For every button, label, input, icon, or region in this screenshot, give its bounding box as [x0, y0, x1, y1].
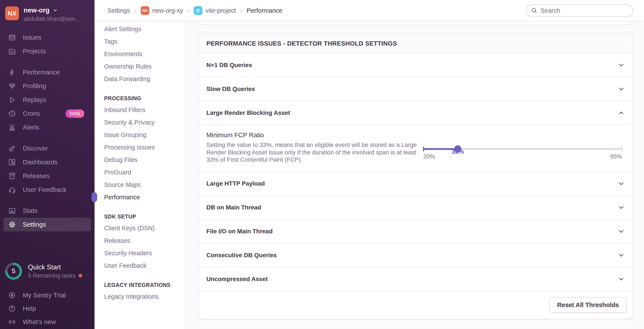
settings-nav-item-legacy-integrations[interactable]: Legacy Integrations	[104, 290, 178, 303]
settings-nav-item-client-keys[interactable]: Client Keys (DSN)	[104, 222, 178, 234]
large-render-blocking-asset-detail: Minimum FCP Ratio Setting the value to 3…	[199, 125, 632, 172]
notification-dot	[78, 274, 82, 277]
sidebar-item-performance[interactable]: Performance	[4, 65, 91, 79]
beta-badge: beta	[66, 109, 84, 118]
quickstart-title: Quick Start	[28, 263, 82, 271]
chevron-down-icon	[618, 275, 625, 283]
stats-icon	[7, 206, 17, 215]
sidebar-item-label: Discover	[23, 145, 48, 152]
sidebar-item-replays[interactable]: Replays	[4, 93, 91, 107]
accordion-row-file-io-on-main-thread[interactable]: File I/O on Main Thread	[199, 220, 632, 243]
settings-nav-item-releases[interactable]: Releases	[104, 234, 178, 247]
sidebar-item-label: Stats	[23, 207, 38, 214]
org-email: abdullah.khan@sen…	[24, 16, 81, 22]
chevron-down-icon	[618, 204, 625, 211]
sidebar-item-crons[interactable]: Crons beta	[4, 107, 91, 120]
quickstart-progress-ring: 5	[5, 262, 22, 280]
settings-nav-section-legacy-integrations: LEGACY INTEGRATIONS	[104, 279, 178, 290]
search-box[interactable]	[526, 4, 633, 17]
sidebar-item-label: Projects	[23, 48, 46, 55]
breadcrumb-performance: Performance	[246, 7, 282, 14]
sidebar-item-releases[interactable]: Releases	[4, 169, 91, 183]
alerts-icon	[7, 123, 17, 132]
settings-nav-item-data-forwarding[interactable]: Data Forwarding	[104, 73, 178, 85]
org-name: new-org	[24, 7, 50, 14]
quickstart-subtitle: 5 Remaining tasks	[28, 272, 76, 279]
breadcrumb-settings[interactable]: Settings	[108, 7, 130, 14]
slider-track[interactable]	[424, 148, 622, 150]
sidebar-item-stats[interactable]: Stats	[4, 204, 91, 218]
reset-all-thresholds-button[interactable]: Reset All Thresholds	[550, 297, 626, 313]
settings-nav-item-user-feedback[interactable]: User Feedback	[104, 259, 178, 272]
org-switcher[interactable]: NX new-org abdullah.khan@sen…	[4, 6, 91, 23]
sidebar-item-label: Help	[23, 305, 36, 312]
accordion-row-uncompressed-asset[interactable]: Uncompressed Asset	[199, 267, 632, 291]
settings-nav-item-tags[interactable]: Tags	[104, 35, 178, 48]
settings-icon	[7, 220, 17, 229]
accordion-row-slow-db-queries[interactable]: Slow DB Queries	[199, 77, 632, 101]
sidebar-item-label: Performance	[23, 69, 60, 76]
accordion-row-n1-db-queries[interactable]: N+1 DB Queries	[199, 53, 632, 77]
accordion-row-large-http-payload[interactable]: Large HTTP Payload	[199, 172, 632, 196]
sidebar-item-discover[interactable]: Discover	[4, 142, 91, 155]
slider-min-label: 20%	[424, 153, 435, 160]
sidebar-item-alerts[interactable]: Alerts	[4, 120, 91, 134]
settings-nav-item-ownership-rules[interactable]: Ownership Rules	[104, 60, 178, 73]
previous-panel-bottom	[198, 22, 633, 25]
sidebar-item-label: Issues	[23, 34, 42, 41]
sidebar-item-dashboards[interactable]: Dashboards	[4, 155, 91, 169]
sidebar-item-label: Replays	[23, 96, 46, 103]
breadcrumb: Settings › NX new-org-xy › vite-project …	[108, 6, 282, 15]
accordion-row-consecutive-db-queries[interactable]: Consecutive DB Queries	[199, 243, 632, 267]
org-avatar: NX	[5, 7, 19, 20]
sidebar-item-help[interactable]: Help	[4, 302, 91, 315]
settings-nav-item-performance[interactable]: Performance	[104, 191, 178, 203]
trial-icon	[7, 290, 17, 300]
chevron-up-icon	[618, 109, 625, 117]
setting-label: Minimum FCP Ratio	[206, 131, 419, 139]
replays-icon	[7, 95, 17, 105]
whats-new-icon	[7, 317, 17, 327]
settings-nav-item-inbound-filters[interactable]: Inbound Filters	[104, 104, 178, 116]
accordion-row-large-render-blocking-asset[interactable]: Large Render Blocking Asset	[199, 101, 632, 125]
chevron-right-icon: ›	[134, 7, 136, 14]
releases-icon	[7, 171, 17, 181]
search-input[interactable]	[540, 7, 628, 14]
issues-icon	[7, 33, 17, 42]
sidebar-item-label: Crons	[23, 110, 40, 117]
chevron-down-icon	[618, 228, 625, 235]
settings-nav-item-source-maps[interactable]: Source Maps	[104, 178, 178, 191]
quickstart-panel[interactable]: 5 Quick Start 5 Remaining tasks	[4, 262, 91, 280]
settings-nav-item-alert-settings[interactable]: Alert Settings	[104, 23, 178, 35]
sidebar-item-label: What's new	[23, 318, 56, 325]
settings-nav-item-security-headers[interactable]: Security Headers	[104, 247, 178, 259]
chevron-right-icon: ›	[240, 7, 242, 14]
panel-title: PERFORMANCE ISSUES - DETECTOR THRESHOLD …	[199, 34, 632, 53]
search-icon	[531, 7, 538, 14]
settings-nav: Alert Settings Tags Environments Ownersh…	[94, 22, 186, 329]
breadcrumb-project[interactable]: vite-project	[194, 6, 236, 15]
breadcrumb-organization[interactable]: NX new-org-xy	[141, 6, 183, 15]
settings-nav-item-debug-files[interactable]: Debug Files	[104, 154, 178, 166]
sidebar-item-user-feedback[interactable]: User Feedback	[4, 183, 91, 197]
performance-icon	[7, 68, 17, 77]
settings-nav-item-processing-issues[interactable]: Processing Issues	[104, 141, 178, 154]
fcp-ratio-slider: 33% 20% 95%	[424, 148, 622, 160]
sidebar-item-label: Releases	[23, 172, 50, 180]
sidebar-item-whats-new[interactable]: What's new	[4, 315, 91, 328]
slider-thumb[interactable]	[454, 145, 462, 153]
settings-nav-item-environments[interactable]: Environments	[104, 48, 178, 60]
accordion-row-db-on-main-thread[interactable]: DB on Main Thread	[199, 196, 632, 220]
sidebar-item-profiling[interactable]: Profiling	[4, 79, 91, 93]
panel-footer: Reset All Thresholds	[199, 291, 632, 319]
settings-nav-item-proguard[interactable]: ProGuard	[104, 166, 178, 178]
settings-nav-section-processing: PROCESSING	[104, 93, 178, 104]
sidebar-item-label: Alerts	[23, 124, 39, 131]
sidebar-item-settings[interactable]: Settings	[4, 218, 91, 231]
sidebar-item-my-sentry-trial[interactable]: My Sentry Trial	[4, 288, 91, 302]
crons-icon	[7, 109, 17, 118]
sidebar-item-projects[interactable]: Projects	[4, 44, 91, 58]
settings-nav-item-issue-grouping[interactable]: Issue Grouping	[104, 129, 178, 141]
settings-nav-item-security-privacy[interactable]: Security & Privacy	[104, 116, 178, 129]
sidebar-item-issues[interactable]: Issues	[4, 31, 91, 44]
